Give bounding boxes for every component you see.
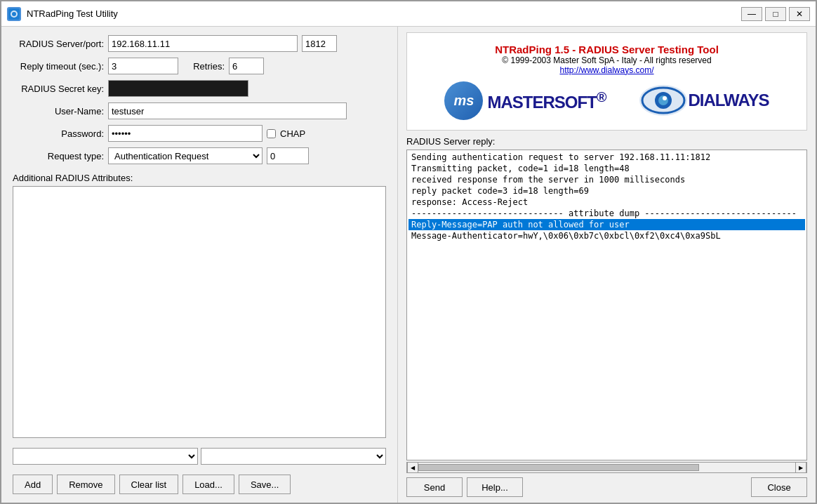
maximize-button[interactable]: □ [765, 7, 786, 21]
horizontal-scrollbar[interactable]: ◀ ▶ [406, 462, 807, 473]
attribute-value-dropdown[interactable] [201, 448, 386, 465]
scroll-left-arrow[interactable]: ◀ [407, 462, 418, 473]
window-title: NTRadPing Test Utility [27, 8, 118, 19]
banner-copyright: © 1999-2003 Master Soft SpA - Italy - Al… [495, 55, 719, 65]
request-type-label: Request type: [13, 151, 104, 161]
request-type-row: Request type: Authentication Request Acc… [13, 147, 386, 164]
svg-point-7 [663, 96, 667, 100]
close-window-button[interactable]: ✕ [789, 7, 810, 21]
banner-area: NTRadPing 1.5 - RADIUS Server Testing To… [406, 32, 807, 131]
title-bar-left: NTRadPing Test Utility [7, 7, 118, 21]
window-controls: — □ ✕ [741, 7, 810, 21]
password-input[interactable] [108, 125, 263, 142]
scroll-track[interactable] [418, 463, 795, 472]
request-type-select[interactable]: Authentication Request Accounting Reques… [108, 147, 263, 164]
port-input[interactable] [302, 35, 337, 52]
banner-url[interactable]: http://www.dialways.com/ [495, 65, 719, 75]
reply-line[interactable]: Reply-Message=PAP auth not allowed for u… [408, 219, 805, 230]
right-bottom-buttons: Send Help... Close [406, 477, 807, 497]
left-panel: RADIUS Server/port: Reply timeout (sec.)… [1, 27, 398, 503]
mastersoft-text: MASTERSOFT® [487, 89, 606, 112]
send-help-group: Send Help... [406, 477, 523, 497]
attributes-controls [13, 448, 386, 465]
retries-input[interactable] [229, 58, 264, 74]
username-label: User-Name: [13, 106, 104, 117]
ms-circle-icon: ms [444, 81, 483, 120]
attributes-section: Additional RADIUS Attributes: [13, 173, 386, 438]
bottom-buttons: Add Remove Clear list Load... Save... [13, 475, 386, 494]
secret-key-row: RADIUS Secret key: [13, 80, 386, 97]
reply-line[interactable]: response: Access-Reject [408, 197, 805, 208]
logo-area: ms MASTERSOFT® [414, 81, 799, 120]
app-icon [7, 7, 21, 21]
reply-line[interactable]: received response from the server in 100… [408, 174, 805, 185]
help-button[interactable]: Help... [467, 477, 523, 497]
chap-checkbox[interactable] [267, 129, 276, 138]
banner-text-area: NTRadPing 1.5 - RADIUS Server Testing To… [495, 44, 719, 75]
close-button[interactable]: Close [751, 477, 807, 497]
server-input[interactable] [108, 35, 298, 52]
secret-label: RADIUS Secret key: [13, 84, 104, 94]
attribute-type-dropdown[interactable] [13, 448, 198, 465]
reply-line[interactable]: Message-Authenticator=hwY,\0x06\0xb7c\0x… [408, 230, 805, 241]
attributes-label: Additional RADIUS Attributes: [13, 173, 386, 183]
scroll-thumb[interactable] [418, 464, 699, 471]
server-port-row: RADIUS Server/port: [13, 35, 386, 52]
banner-title: NTRadPing 1.5 - RADIUS Server Testing To… [495, 44, 719, 55]
retries-label: Retries: [182, 61, 225, 72]
save-button[interactable]: Save... [239, 475, 291, 494]
username-row: User-Name: [13, 102, 386, 119]
send-button[interactable]: Send [406, 477, 463, 497]
reply-line[interactable]: Transmitting packet, code=1 id=18 length… [408, 163, 805, 174]
dialways-text: DIALWAYS [688, 91, 769, 110]
request-id-input[interactable] [267, 147, 309, 164]
svg-point-2 [12, 12, 16, 16]
server-label: RADIUS Server/port: [13, 39, 104, 49]
reply-area[interactable]: Sending authentication request to server… [406, 150, 807, 460]
reply-line[interactable]: ------------------------------ attribute… [408, 208, 805, 219]
username-input[interactable] [108, 102, 347, 119]
password-row: Password: CHAP [13, 125, 386, 142]
reply-label: RADIUS Server reply: [406, 136, 807, 147]
clear-list-button[interactable]: Clear list [119, 475, 179, 494]
right-panel: NTRadPing 1.5 - RADIUS Server Testing To… [398, 27, 816, 503]
timeout-label: Reply timeout (sec.): [13, 61, 104, 72]
add-button[interactable]: Add [13, 475, 53, 494]
remove-button[interactable]: Remove [57, 475, 114, 494]
load-button[interactable]: Load... [182, 475, 234, 494]
mastersoft-logo: ms MASTERSOFT® [444, 81, 606, 120]
main-window: NTRadPing Test Utility — □ ✕ RADIUS Serv… [0, 0, 817, 504]
reply-line[interactable]: reply packet code=3 id=18 length=69 [408, 185, 805, 197]
dialways-logo: DIALWAYS [639, 83, 769, 118]
secret-key-input[interactable] [108, 80, 248, 97]
timeout-retries-row: Reply timeout (sec.): Retries: [13, 58, 386, 74]
attributes-textarea[interactable] [13, 186, 386, 438]
reply-line[interactable]: Sending authentication request to server… [408, 152, 805, 163]
minimize-button[interactable]: — [741, 7, 762, 21]
scroll-right-arrow[interactable]: ▶ [795, 462, 806, 473]
eye-icon [639, 83, 688, 118]
title-bar: NTRadPing Test Utility — □ ✕ [1, 1, 816, 27]
timeout-input[interactable] [108, 58, 178, 74]
chap-label[interactable]: CHAP [280, 128, 305, 139]
ms-text: ms [453, 93, 474, 109]
password-label: Password: [13, 128, 104, 139]
main-content: RADIUS Server/port: Reply timeout (sec.)… [1, 27, 816, 503]
